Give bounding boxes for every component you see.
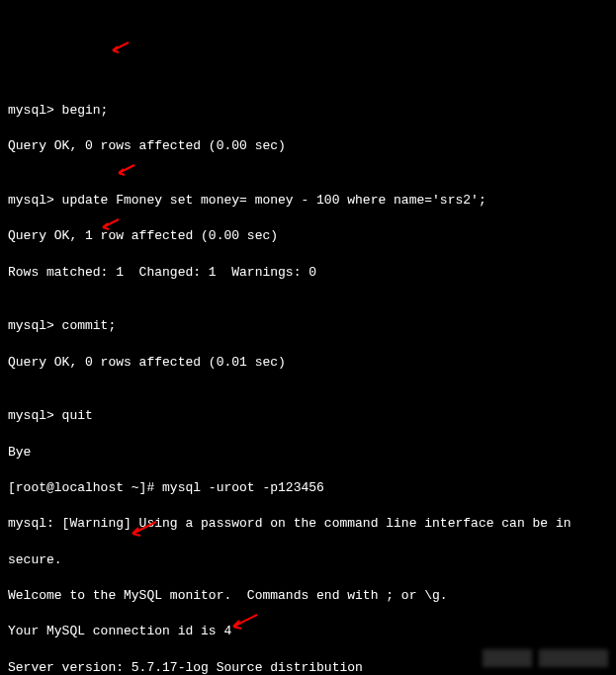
line-shell-prompt: [root@localhost ~]# mysql -uroot -p12345… (8, 479, 608, 497)
line-connection-id: Your MySQL connection id is 4 (8, 623, 608, 640)
line-output: Query OK, 1 row affected (0.00 sec) (8, 227, 608, 245)
line-update: mysql> update Fmoney set money= money - … (8, 192, 608, 210)
line-begin: mysql> begin; (8, 102, 608, 120)
line-welcome: Welcome to the MySQL monitor. Commands e… (8, 587, 608, 605)
annotation-arrow-begin (109, 5, 131, 75)
line-commit: mysql> commit; (8, 317, 608, 335)
line-warning: mysql: [Warning] Using a password on the… (8, 515, 608, 533)
line-bye: Bye (8, 444, 608, 462)
line-output: Query OK, 0 rows affected (0.00 sec) (8, 137, 608, 155)
blur-patch (539, 649, 608, 667)
line-output: Rows matched: 1 Changed: 1 Warnings: 0 (8, 264, 608, 282)
line-output: Query OK, 0 rows affected (0.01 sec) (8, 354, 608, 372)
line-warning: secure. (8, 551, 608, 569)
terminal-output: mysql> begin; Query OK, 0 rows affected … (8, 84, 608, 675)
line-quit: mysql> quit (8, 407, 608, 425)
blur-patch (483, 649, 532, 667)
